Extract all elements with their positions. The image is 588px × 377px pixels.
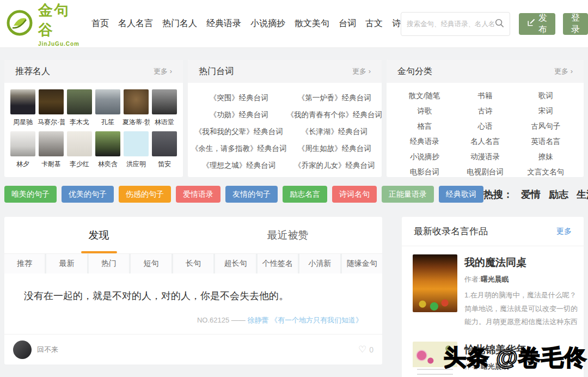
tag-button[interactable]: 唯美的句子 xyxy=(4,186,57,203)
nav-item-poetry[interactable]: 诗 xyxy=(392,18,401,29)
hot-line-link[interactable]: 《长津湖》经典台词 xyxy=(287,123,382,140)
more-link-categories[interactable]: 更多 › xyxy=(554,66,573,76)
filter-pill-short[interactable]: 短句 xyxy=(131,254,171,273)
tab-recently-liked[interactable]: 最近被赞 xyxy=(193,217,382,253)
celebrity-item[interactable]: 笛安 xyxy=(150,131,179,169)
celebrity-item[interactable]: 夏洛蒂·勃 xyxy=(122,89,150,127)
celebrity-item[interactable]: 李少红 xyxy=(65,131,94,169)
hot-search-term[interactable]: 励志 xyxy=(549,188,568,201)
hot-line-link[interactable]: 《我的青春有个你》经典台词 xyxy=(287,106,382,123)
tag-button[interactable]: 友情的句子 xyxy=(225,186,278,203)
tag-button[interactable]: 正能量语录 xyxy=(382,186,434,203)
tag-button[interactable]: 经典歌词 xyxy=(439,186,483,203)
filter-pill-recommend[interactable]: 推荐 xyxy=(4,254,45,273)
logo-leaf-icon xyxy=(5,9,34,39)
search-input[interactable] xyxy=(407,20,494,28)
more-link-hot-lines[interactable]: 更多 › xyxy=(352,66,371,76)
tag-button[interactable]: 爱情语录 xyxy=(176,186,220,203)
user-avatar[interactable] xyxy=(13,340,32,359)
quote-card[interactable]: 没有在一起的，就是不对的人，对的人，你是不会失去他的。 NO.62125 —— … xyxy=(4,273,382,335)
hot-search-term[interactable]: 生活 xyxy=(577,188,588,201)
category-link[interactable]: 古诗 xyxy=(455,104,515,119)
watermark-text: 头条 @卷毛佟 xyxy=(444,343,587,373)
celebrity-item[interactable]: 卡耐基 xyxy=(37,131,65,169)
celebrity-item[interactable]: 李木戈 xyxy=(65,89,94,127)
celebrity-item[interactable]: 孔笙 xyxy=(94,89,122,127)
category-link[interactable]: 格言 xyxy=(394,119,455,134)
hot-line-link[interactable]: 《功勋》经典台词 xyxy=(191,106,287,123)
category-link[interactable]: 古风句子 xyxy=(516,119,576,134)
category-link[interactable]: 撩妹 xyxy=(516,149,576,165)
celebrity-item[interactable]: 洪应明 xyxy=(122,131,150,169)
panel-quote-categories: 金句分类 更多 › 散文/随笔 书籍 歌词 诗歌 古诗 宋词 格言 心语 古风句… xyxy=(387,60,584,177)
celebrity-item[interactable]: 林夕 xyxy=(9,131,37,169)
category-link[interactable]: 诗歌 xyxy=(394,104,455,119)
category-link[interactable]: 散文/随笔 xyxy=(394,88,455,104)
panel-title-categories: 金句分类 xyxy=(397,66,432,77)
nav-item-hot-celebrities[interactable]: 热门名人 xyxy=(162,18,197,29)
category-link[interactable]: 英语名言 xyxy=(516,134,576,149)
category-link[interactable]: 心语 xyxy=(455,119,515,134)
category-link[interactable]: 小说摘抄 xyxy=(394,149,455,165)
celebrity-item[interactable]: 马赛尔·普 xyxy=(37,89,65,127)
nav-item-classic-quotes[interactable]: 经典语录 xyxy=(206,18,241,29)
hot-line-link[interactable]: 《理想之城》经典台词 xyxy=(191,157,287,174)
site-logo[interactable]: 金句谷 JinJuGu.Com xyxy=(5,1,79,47)
hot-line-link[interactable]: 《突围》经典台词 xyxy=(191,89,287,106)
feed-card: 发现 最近被赞 推荐 最新 热门 短句 长句 超长句 个性签名 小清新 随缘金句… xyxy=(4,217,382,364)
sidebar-more-link[interactable]: 更多 xyxy=(556,227,572,236)
username[interactable]: 回不来 xyxy=(37,345,58,355)
nav-item-famous-quotes[interactable]: 名人名言 xyxy=(118,18,153,29)
filter-pill-fresh[interactable]: 小清新 xyxy=(299,254,340,273)
tag-button[interactable]: 优美的句子 xyxy=(62,186,114,203)
category-link[interactable]: 宋词 xyxy=(516,104,576,119)
filter-pill-random[interactable]: 随缘金句 xyxy=(342,254,382,273)
filter-pill-hot[interactable]: 热门 xyxy=(89,254,129,273)
celebrity-photo xyxy=(152,89,177,114)
nav-item-prose[interactable]: 散文美句 xyxy=(295,18,329,29)
category-link[interactable]: 经典语录 xyxy=(394,134,455,149)
hot-search-term[interactable]: 爱情 xyxy=(521,188,541,201)
filter-pill-signature[interactable]: 个性签名 xyxy=(258,254,298,273)
tag-button[interactable]: 励志名言 xyxy=(283,186,327,203)
hot-line-link[interactable]: 《乔家的儿女》经典台词 xyxy=(287,157,382,174)
quote-author-link[interactable]: 徐静蕾 xyxy=(247,316,268,324)
hot-line-link[interactable]: 《第一炉香》经典台词 xyxy=(287,89,382,106)
quote-source-link[interactable]: 《有一个地方只有我们知道》 xyxy=(271,316,363,324)
book-title[interactable]: 我的魔法同桌 xyxy=(464,256,578,270)
login-button[interactable]: 登录 xyxy=(563,13,588,35)
book-excerpt: 1.在月萌的脑海中，魔法是什么呢？简单地说，魔法就是可以改变一切的能力。月萌更愿… xyxy=(464,289,578,329)
like-button[interactable]: ♡ 0 xyxy=(358,344,373,355)
nav-item-novel-excerpts[interactable]: 小说摘抄 xyxy=(250,18,285,29)
hot-line-link[interactable]: 《余生，请多指教》经典台词 xyxy=(191,140,287,157)
celebrity-photo xyxy=(67,131,92,156)
category-link[interactable]: 书籍 xyxy=(455,88,515,104)
category-link[interactable]: 名人名言 xyxy=(455,134,515,149)
category-link[interactable]: 歌词 xyxy=(516,88,576,104)
nav-item-lines[interactable]: 台词 xyxy=(339,18,356,29)
publish-button[interactable]: 发布 xyxy=(519,13,555,35)
celebrity-item[interactable]: 林语堂 xyxy=(150,89,179,127)
book-item[interactable]: 我的魔法同桌 作者:曙光晨眠 1.在月萌的脑海中，魔法是什么呢？简单地说，魔法就… xyxy=(402,246,584,333)
category-link[interactable]: 文言文名句 xyxy=(516,165,576,177)
category-link[interactable]: 电影台词 xyxy=(394,165,455,177)
celebrity-photo xyxy=(10,131,35,156)
quote-footer: 回不来 ♡ 0 xyxy=(4,335,382,364)
category-link[interactable]: 动漫语录 xyxy=(455,149,515,165)
celebrity-item[interactable]: 周星驰 xyxy=(9,89,37,127)
tab-discover[interactable]: 发现 xyxy=(4,217,193,253)
search-icon[interactable] xyxy=(494,18,504,30)
category-link[interactable]: 电视剧台词 xyxy=(455,165,515,177)
filter-pill-long[interactable]: 长句 xyxy=(173,254,213,273)
filter-pill-newest[interactable]: 最新 xyxy=(46,254,87,273)
tag-button[interactable]: 诗词名句 xyxy=(332,186,377,203)
nav-item-home[interactable]: 首页 xyxy=(91,18,109,29)
hot-line-link[interactable]: 《我和我的父辈》经典台词 xyxy=(191,123,287,140)
quote-number: NO.62125 —— xyxy=(197,316,246,324)
filter-pill-extra-long[interactable]: 超长句 xyxy=(215,254,255,273)
celebrity-item[interactable]: 林奕含 xyxy=(94,131,122,169)
nav-item-ancient-text[interactable]: 古文 xyxy=(365,18,383,29)
tag-button[interactable]: 伤感的句子 xyxy=(119,186,171,203)
more-link-celebrities[interactable]: 更多 › xyxy=(154,66,172,76)
hot-line-link[interactable]: 《周生如故》经典台词 xyxy=(287,140,382,157)
